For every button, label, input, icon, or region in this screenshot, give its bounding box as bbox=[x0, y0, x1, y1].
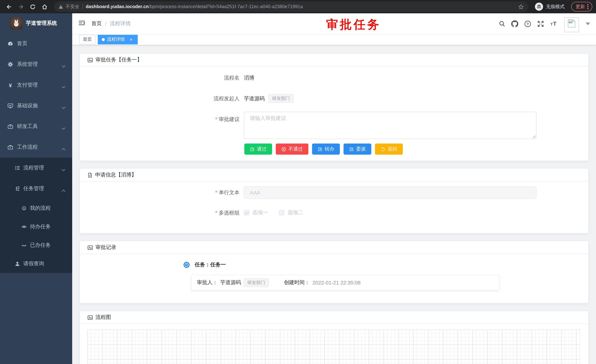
return-button[interactable]: 退回 bbox=[375, 144, 403, 155]
workflow-submenu: 流程管理 任务管理 我的流程 bbox=[0, 158, 72, 273]
breadcrumb: 首页 / 流程详情 bbox=[91, 20, 131, 27]
sidebar-item-label: 流程管理 bbox=[23, 165, 44, 171]
card-title: 审批记录 bbox=[96, 244, 116, 251]
sidebar-item-label: 工作流程 bbox=[17, 144, 38, 151]
created-time-value: 2022-01-21 22:35:08 bbox=[313, 280, 361, 286]
breadcrumb-separator: / bbox=[105, 21, 107, 27]
undo-icon bbox=[380, 147, 385, 152]
reject-button[interactable]: 不通过 bbox=[276, 144, 308, 155]
forward-icon[interactable] bbox=[15, 1, 26, 12]
circle-close-icon bbox=[281, 147, 286, 152]
breadcrumb-home[interactable]: 首页 bbox=[91, 20, 102, 27]
hamburger-icon[interactable] bbox=[78, 19, 86, 28]
edit-icon bbox=[250, 147, 255, 152]
tab-home[interactable]: 首页 bbox=[79, 35, 96, 44]
github-icon[interactable] bbox=[511, 20, 518, 27]
sidebar-item-done-tasks[interactable]: 已办任务 bbox=[0, 236, 72, 255]
fullscreen-icon[interactable] bbox=[537, 20, 544, 27]
dept-tag: 研发部门 bbox=[268, 94, 294, 103]
tab-close-icon[interactable]: × bbox=[128, 37, 134, 42]
url-text[interactable]: dashboard.yudao.iocoder.cn/bpm/process-i… bbox=[86, 4, 515, 9]
monitor-icon bbox=[7, 103, 13, 109]
suggestion-textarea[interactable] bbox=[244, 112, 536, 139]
tags-view: 首页 流程详情 × bbox=[72, 34, 596, 45]
dashboard-icon bbox=[7, 41, 13, 47]
list-icon bbox=[15, 165, 20, 171]
checkbox-group-label: 多选框组 bbox=[87, 208, 244, 218]
incognito-label: 无痕模式 bbox=[546, 4, 565, 10]
card-title: 审批任务【任务一】 bbox=[96, 57, 142, 63]
created-time-label: 创建时间： bbox=[284, 279, 310, 286]
incognito-icon bbox=[535, 3, 543, 11]
security-warning[interactable]: 不安全 bbox=[59, 4, 79, 10]
security-label: 不安全 bbox=[66, 4, 79, 10]
checkbox-option-2: 选项二 bbox=[279, 209, 303, 216]
browser-update-button[interactable]: 更新 bbox=[571, 2, 592, 11]
sidebar-item-todo-tasks[interactable]: 待办任务 bbox=[0, 218, 72, 236]
chevron-down-icon bbox=[61, 125, 66, 131]
sidebar-item-devtools[interactable]: 研发工具 bbox=[0, 116, 72, 137]
user-icon bbox=[15, 261, 20, 266]
avatar-caret-icon[interactable] bbox=[586, 22, 590, 25]
sidebar-item-label: 首页 bbox=[17, 40, 27, 47]
process-name-label: 流程名 bbox=[87, 70, 244, 85]
svg-text:?: ? bbox=[527, 22, 529, 26]
delegate-button[interactable]: 委派 bbox=[343, 144, 371, 155]
sidebar-item-task-mgmt[interactable]: 任务管理 bbox=[0, 178, 72, 199]
sidebar-item-payment[interactable]: ¥ 支付管理 bbox=[0, 75, 72, 95]
help-icon[interactable]: ? bbox=[524, 20, 531, 27]
reload-icon[interactable] bbox=[27, 1, 38, 12]
sidebar-item-process-mgmt[interactable]: 流程管理 bbox=[0, 158, 72, 178]
sidebar-item-label: 我的流程 bbox=[30, 205, 51, 211]
people-icon bbox=[22, 206, 27, 211]
approver-label: 审批人： bbox=[197, 279, 218, 286]
sidebar-item-label: 任务管理 bbox=[23, 185, 44, 192]
tab-process-detail[interactable]: 流程详情 × bbox=[98, 35, 138, 44]
kebab-menu-icon[interactable] bbox=[587, 4, 589, 10]
card-title: 申请信息【滔博】 bbox=[95, 172, 137, 178]
back-icon[interactable] bbox=[4, 1, 14, 12]
app-logo-row[interactable]: 芋道管理系统 bbox=[0, 13, 72, 33]
annotation-overlay: 审批任务 bbox=[326, 17, 381, 33]
avatar[interactable] bbox=[564, 17, 579, 32]
apply-info-card: 申请信息【滔博】 单行文本 多选框组 选项一 bbox=[80, 168, 589, 233]
breadcrumb-current: 流程详情 bbox=[110, 20, 131, 27]
approve-button[interactable]: 通过 bbox=[244, 144, 272, 155]
process-name-value: 滔博 bbox=[244, 70, 254, 85]
process-diagram-card: 流程图 bbox=[80, 311, 589, 364]
suggestion-label: 审批建议 bbox=[87, 112, 244, 126]
sidebar-item-label: 已办任务 bbox=[30, 242, 51, 248]
approver-name: 芋道源码 bbox=[220, 279, 241, 286]
approve-record-card: 审批记录 任务：任务一 审批人： 芋道源码 研发部门 bbox=[80, 241, 589, 303]
single-line-text-input bbox=[244, 186, 536, 199]
navbar: 首页 / 流程详情 审批任务 ? bbox=[72, 13, 596, 34]
sidebar-item-home[interactable]: 首页 bbox=[0, 33, 72, 54]
checkbox-group: 选项一 选项二 bbox=[244, 208, 303, 218]
edit-icon bbox=[318, 147, 322, 152]
sidebar-item-workflow[interactable]: 工作流程 bbox=[0, 137, 72, 158]
font-size-icon[interactable]: TT bbox=[550, 20, 558, 27]
picture-icon bbox=[87, 57, 93, 63]
sidebar-item-my-process[interactable]: 我的流程 bbox=[0, 199, 72, 218]
chevron-down-icon bbox=[61, 104, 66, 110]
page-content: 审批任务【任务一】 流程名 滔博 流程发起人 芋道源码 研发部门 bbox=[72, 45, 596, 364]
svg-text:T: T bbox=[553, 21, 556, 27]
sidebar-item-system[interactable]: 系统管理 bbox=[0, 54, 72, 75]
active-dot-icon bbox=[102, 38, 105, 41]
home-icon[interactable] bbox=[39, 1, 50, 12]
sidebar-item-infra[interactable]: 基础设施 bbox=[0, 95, 72, 116]
search-icon[interactable] bbox=[499, 20, 505, 27]
warning-triangle-icon bbox=[59, 4, 63, 9]
chevron-down-icon bbox=[61, 84, 66, 89]
approval-record-item: 审批人： 芋道源码 研发部门 创建时间： 2022-01-21 22:35:08 bbox=[191, 275, 499, 290]
sidebar-item-leave-query[interactable]: 请假查询 bbox=[0, 255, 72, 273]
app-title: 芋道管理系统 bbox=[26, 20, 57, 27]
transfer-button[interactable]: 转办 bbox=[312, 144, 340, 155]
approve-task-card: 审批任务【任务一】 流程名 滔博 流程发起人 芋道源码 研发部门 bbox=[80, 53, 589, 161]
chevron-down-icon bbox=[61, 167, 66, 172]
toolbox-icon bbox=[7, 124, 13, 130]
sidebar-item-label: 支付管理 bbox=[17, 82, 38, 88]
url-bar[interactable]: 不安全 dashboard.yudao.iocoder.cn/bpm/proce… bbox=[54, 1, 528, 12]
eye-closed-icon bbox=[22, 243, 27, 248]
bookmark-star-icon[interactable] bbox=[518, 4, 524, 9]
